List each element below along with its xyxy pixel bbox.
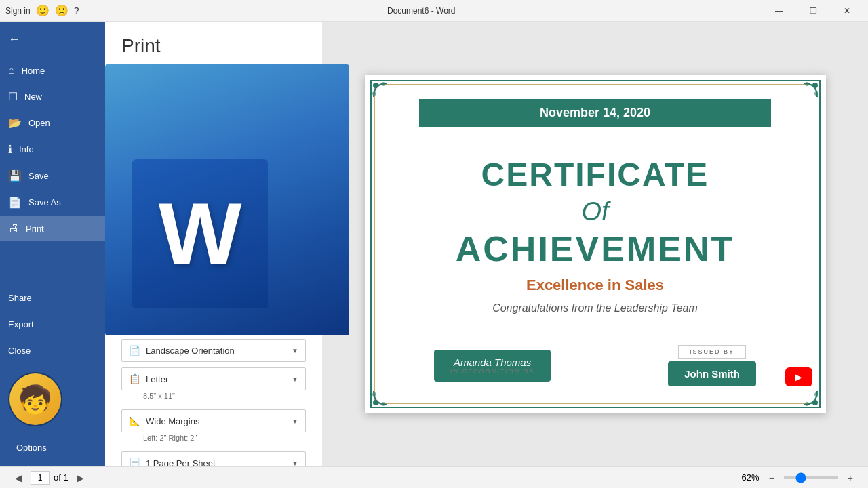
paper-size: 8.5" x 11": [121, 390, 306, 404]
minimize-button[interactable]: —: [764, 0, 795, 22]
titlebar-left: Sign in 🙂 🙁 ?: [5, 4, 79, 17]
maximize-button[interactable]: ❐: [797, 0, 829, 22]
pps-dropdown[interactable]: 📃 1 Page Per Sheet ▼: [121, 451, 306, 466]
paper-label: Letter: [146, 374, 286, 384]
sidebar-item-label: Save: [28, 171, 49, 181]
paper-option: 📋 Letter ▼ 8.5" x 11": [121, 367, 306, 404]
corner-tl: [370, 80, 404, 114]
svg-point-4: [805, 82, 809, 86]
sidebar-item-label: Save As: [28, 197, 61, 207]
paper-dropdown[interactable]: 📋 Letter ▼: [121, 367, 306, 390]
svg-point-9: [812, 400, 818, 405]
statusbar: ◀ of 1 ▶ 62% − +: [0, 466, 868, 488]
pps-arrow-icon: ▼: [292, 460, 298, 467]
svg-point-5: [814, 92, 818, 96]
page-navigation: ◀ of 1 ▶: [11, 471, 88, 485]
sidebar-item-open[interactable]: 📂 Open: [0, 110, 105, 136]
orientation-icon: 📄: [129, 345, 140, 356]
avatar-image: 🧒: [9, 373, 61, 425]
cert-subtitle: Excellence in Sales: [526, 277, 664, 294]
info-icon: ℹ: [8, 143, 12, 156]
home-icon: ⌂: [8, 64, 15, 77]
sidebar-item-label: Open: [28, 118, 50, 128]
saveas-icon: 📄: [8, 196, 22, 209]
preview-area: November 14, 2020 CERTIFICATE Of ACHIEVE…: [322, 22, 868, 466]
cert-issued-label: ISSUED BY: [678, 345, 746, 359]
sidebar-item-saveas[interactable]: 📄 Save As: [0, 189, 105, 216]
next-page-button[interactable]: ▶: [73, 471, 88, 485]
sidebar-item-label: Print: [26, 224, 44, 234]
sidebar-item-label: Home: [22, 66, 45, 76]
sign-in-button[interactable]: Sign in: [5, 6, 31, 16]
svg-point-2: [372, 92, 376, 96]
sidebar-item-close[interactable]: Close: [8, 340, 97, 361]
cert-recipient-name: Amanda Thomas: [450, 357, 534, 368]
sidebar-item-label: Info: [19, 144, 34, 155]
page-input[interactable]: [31, 471, 50, 485]
svg-point-3: [812, 83, 818, 88]
cert-recipient: Amanda Thomas IN RECOGNITION OF: [434, 350, 551, 382]
sidebar-item-info[interactable]: ℹ Info: [0, 136, 105, 163]
cert-issued-box: ISSUED BY John Smith: [668, 345, 756, 386]
pps-option: 📃 1 Page Per Sheet ▼: [121, 451, 306, 466]
orientation-option: 📄 Landscape Orientation ▼: [121, 339, 306, 362]
back-icon: ←: [8, 33, 20, 47]
window-controls: — ❐ ✕: [764, 0, 863, 22]
emoji-sad-button[interactable]: 🙁: [55, 4, 68, 17]
orientation-arrow-icon: ▼: [292, 347, 298, 354]
margins-dropdown[interactable]: 📐 Wide Margins ▼: [121, 409, 306, 432]
sidebar-item-export[interactable]: Export: [8, 314, 97, 335]
titlebar: Sign in 🙂 🙁 ? Document6 - Word — ❐ ✕: [0, 0, 868, 22]
sidebar-back-button[interactable]: ←: [0, 22, 105, 58]
avatar: 🧒: [8, 372, 62, 426]
paper-icon: 📋: [129, 373, 140, 384]
margins-detail: Left: 2" Right: 2": [121, 432, 306, 446]
svg-point-0: [373, 83, 378, 88]
sidebar-item-share[interactable]: Share: [8, 287, 97, 308]
svg-point-6: [373, 400, 378, 405]
sidebar-item-home[interactable]: ⌂ Home: [0, 58, 105, 83]
sidebar-item-label: New: [24, 92, 42, 102]
cert-title-achievement: ACHIEVEMENT: [456, 230, 734, 268]
window-title: Document6 - Word: [79, 6, 764, 16]
close-button[interactable]: ✕: [831, 0, 863, 22]
cert-date: November 14, 2020: [419, 99, 770, 127]
sidebar-nav: ⌂ Home ☐ New 📂 Open ℹ Info 💾 Save 📄 Sav: [0, 58, 105, 279]
print-panel: Print 📄 Landscape Orientation ▼ 📋 Letter…: [105, 22, 322, 466]
cert-congrats: Congratulations from the Leadership Team: [492, 302, 698, 314]
sidebar-item-new[interactable]: ☐ New: [0, 83, 105, 110]
save-icon: 💾: [8, 169, 22, 182]
cert-title-of: Of: [581, 199, 608, 224]
zoom-in-button[interactable]: +: [844, 471, 857, 485]
cert-footer: Amanda Thomas IN RECOGNITION OF ISSUED B…: [376, 345, 815, 386]
sidebar-bottom: Share Export Close 🧒 Options: [0, 279, 105, 466]
orientation-dropdown[interactable]: 📄 Landscape Orientation ▼: [121, 339, 306, 362]
options-label[interactable]: Options: [8, 437, 97, 458]
open-icon: 📂: [8, 117, 22, 129]
youtube-overlay[interactable]: ▶: [785, 367, 812, 386]
margins-label: Wide Margins: [146, 416, 286, 426]
svg-point-1: [382, 82, 386, 86]
zoom-area: 62% − +: [742, 471, 857, 485]
paper-arrow-icon: ▼: [292, 375, 298, 383]
pps-label: 1 Page Per Sheet: [146, 458, 286, 467]
sidebar-item-print[interactable]: 🖨 Print: [0, 216, 105, 241]
orientation-label: Landscape Orientation: [146, 346, 286, 356]
prev-page-button[interactable]: ◀: [11, 471, 26, 485]
zoom-out-button[interactable]: −: [765, 471, 778, 485]
margins-option: 📐 Wide Margins ▼ Left: 2" Right: 2": [121, 409, 306, 446]
svg-point-11: [814, 392, 818, 396]
new-icon: ☐: [8, 90, 18, 103]
corner-tr: [787, 80, 821, 114]
cert-issuer-name: John Smith: [668, 361, 756, 386]
sidebar-item-save[interactable]: 💾 Save: [0, 163, 105, 189]
emoji-smile-button[interactable]: 🙂: [36, 4, 50, 17]
preview-container: November 14, 2020 CERTIFICATE Of ACHIEVE…: [365, 75, 826, 413]
print-title: Print: [121, 35, 306, 57]
svg-point-8: [372, 392, 376, 396]
margins-arrow-icon: ▼: [292, 418, 298, 425]
zoom-slider[interactable]: [784, 476, 838, 479]
cert-body: CERTIFICATE Of ACHIEVEMENT Excellence in…: [456, 127, 734, 345]
help-button[interactable]: ?: [74, 5, 79, 16]
corner-bl: [370, 374, 404, 408]
